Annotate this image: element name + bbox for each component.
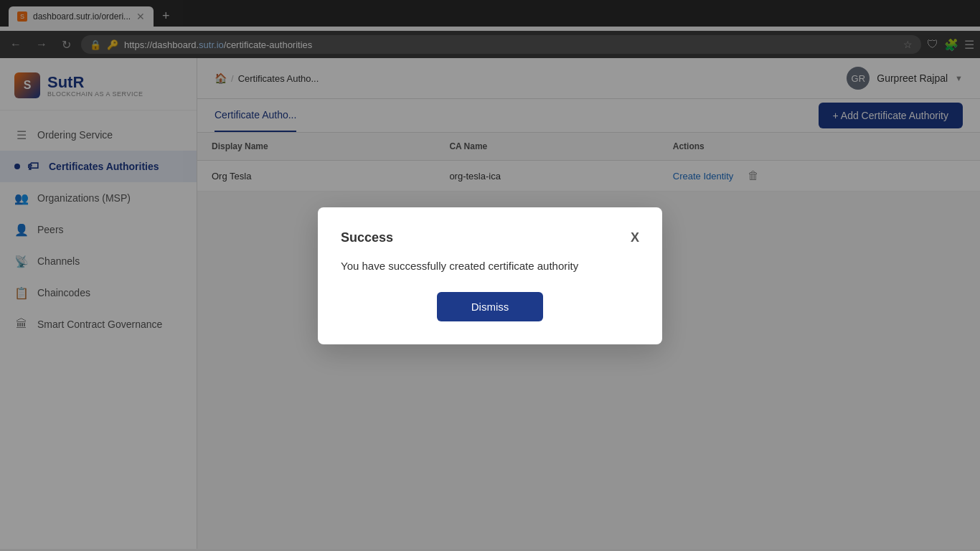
modal-footer: Dismiss — [341, 292, 639, 321]
success-modal: Success X You have successfully created … — [318, 207, 662, 344]
modal-message: You have successfully created certificat… — [341, 260, 639, 272]
modal-title: Success — [341, 230, 393, 245]
modal-close-button[interactable]: X — [631, 231, 639, 244]
modal-overlay: Success X You have successfully created … — [0, 0, 980, 549]
modal-header: Success X — [341, 230, 639, 245]
dismiss-button[interactable]: Dismiss — [437, 292, 544, 321]
